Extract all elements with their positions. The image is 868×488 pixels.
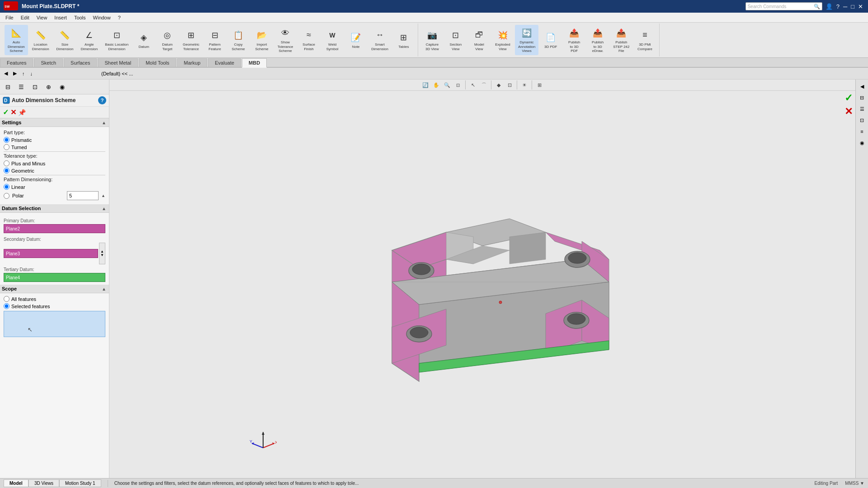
menu-tools[interactable]: Tools (71, 14, 90, 21)
copy-scheme-btn[interactable]: 📋 CopyScheme (227, 27, 250, 53)
tab-mold-tools[interactable]: Mold Tools (139, 58, 176, 67)
vp-pan-btn[interactable]: ✋ (431, 80, 441, 89)
show-tol-btn[interactable]: 👁 ShowToleranceScheme (274, 25, 297, 55)
status-tab-3dviews[interactable]: 3D Views (28, 479, 59, 487)
dynamic-ann-btn[interactable]: 🔄 DynamicAnnotationViews (515, 25, 538, 55)
polar-value-input[interactable] (67, 191, 99, 200)
tab-mbd[interactable]: MBD (242, 58, 267, 68)
user-icon[interactable]: 👤 (824, 3, 834, 10)
panel-icon-dot[interactable]: ◉ (56, 81, 68, 93)
down-btn[interactable]: ↓ (28, 70, 35, 78)
menu-file[interactable]: File (2, 14, 17, 21)
maximize-btn[interactable]: □ (849, 3, 856, 10)
right-btn-3[interactable]: ☰ (857, 104, 867, 114)
up-btn[interactable]: ↑ (20, 70, 27, 78)
vp-display-btn[interactable]: ◆ (494, 80, 504, 89)
smart-dim-btn[interactable]: ↔ SmartDimension (368, 27, 392, 53)
tab-markup[interactable]: Markup (177, 58, 208, 67)
vp-scene-btn[interactable]: ⊞ (534, 80, 544, 89)
vp-lasso-btn[interactable]: ⌒ (479, 80, 489, 89)
turned-radio[interactable] (4, 144, 9, 150)
secondary-datum-scroll[interactable]: ▲ ▼ (99, 243, 105, 264)
vp-check-btn[interactable]: ✓ (844, 93, 853, 103)
menu-edit[interactable]: Edit (17, 14, 33, 21)
size-dim-btn[interactable]: 📏 SizeDimension (53, 27, 77, 53)
minimize-btn[interactable]: ─ (842, 3, 849, 10)
status-tab-motion[interactable]: Motion Study 1 (59, 479, 101, 487)
vp-select-btn[interactable]: ↖ (468, 80, 478, 89)
polar-radio[interactable] (4, 193, 9, 199)
status-tab-model[interactable]: Model (4, 479, 28, 487)
panel-icon-plus[interactable]: ⊕ (42, 81, 54, 93)
search-box[interactable]: Search Commands 🔍 (745, 2, 822, 10)
publish-3d-btn[interactable]: 📤 Publishto 3DPDF (563, 25, 585, 55)
scope-title[interactable]: Scope ▲ (0, 285, 109, 293)
plus-minus-radio[interactable] (4, 160, 9, 166)
section-view-btn[interactable]: ⊡ SectionView (444, 27, 467, 53)
datum-target-btn[interactable]: ◎ DatumTarget (156, 27, 179, 53)
vp-zoom-btn[interactable]: 🔍 (442, 80, 452, 89)
settings-title[interactable]: Settings ▲ (0, 118, 109, 127)
vp-x-btn[interactable]: ✕ (844, 107, 853, 117)
tab-sheet-metal[interactable]: Sheet Metal (98, 58, 138, 67)
back-btn[interactable]: ◀ (2, 69, 10, 78)
vp-section-btn[interactable]: ⊡ (505, 80, 514, 89)
selected-features-radio[interactable] (4, 303, 9, 309)
tab-surfaces[interactable]: Surfaces (64, 58, 97, 67)
basic-loc-dim-btn[interactable]: ⊡ Basic LocationDimension (102, 27, 132, 53)
vp-rotate-btn[interactable]: 🔄 (420, 80, 430, 89)
tab-features[interactable]: Features (0, 58, 33, 67)
datum-selection-title[interactable]: Datum Selection ▲ (0, 204, 109, 213)
tab-sketch[interactable]: Sketch (34, 58, 63, 67)
vp-fit-btn[interactable]: ⊡ (453, 80, 463, 89)
3dpdf-btn[interactable]: 📄 3D PDF (539, 29, 562, 51)
panel-icon-table[interactable]: ⊡ (29, 81, 41, 93)
exploded-view-btn[interactable]: 💥 ExplodedView (491, 27, 514, 53)
pin-btn[interactable]: 📌 (18, 109, 26, 116)
surface-finish-btn[interactable]: ≈ SurfaceFinish (297, 27, 320, 53)
all-features-radio[interactable] (4, 296, 9, 302)
capture-3dview-btn[interactable]: 📷 Capture3D View (421, 27, 443, 53)
note-btn[interactable]: 📝 Note (344, 29, 367, 51)
help-icon[interactable]: ? (835, 3, 841, 10)
panel-help-btn[interactable]: ? (98, 96, 106, 104)
location-dim-btn[interactable]: 📏 LocationDimension (29, 27, 52, 53)
3dpmi-btn[interactable]: ≡ 3D PMICompare (634, 27, 656, 53)
geometric-tol-btn[interactable]: ⊞ GeometricTolerance (179, 27, 203, 53)
tables-btn[interactable]: ⊞ Tables (392, 29, 415, 51)
accept-btn[interactable]: ✓ (3, 108, 9, 117)
scope-list[interactable]: ↖ (4, 311, 105, 337)
tab-evaluate[interactable]: Evaluate (208, 58, 241, 67)
linear-radio[interactable] (4, 184, 9, 190)
right-btn-4[interactable]: ⊡ (857, 115, 867, 125)
menu-insert[interactable]: Insert (51, 14, 71, 21)
vp-light-btn[interactable]: ☀ (519, 80, 529, 89)
tertiary-datum-input[interactable] (4, 273, 105, 282)
import-scheme-btn[interactable]: 📂 ImportScheme (250, 27, 273, 53)
menu-help[interactable]: ? (114, 14, 124, 21)
step242-btn[interactable]: 📤 PublishSTEP 242File (610, 25, 632, 55)
pattern-feat-btn[interactable]: ⊟ PatternFeature (203, 27, 226, 53)
close-btn[interactable]: ✕ (857, 3, 864, 10)
model-view-btn[interactable]: 🗗 ModelView (468, 27, 491, 53)
auto-dimension-btn[interactable]: 📐 AutoDimensionScheme (5, 25, 28, 55)
panel-icon-list[interactable]: ⊟ (2, 81, 14, 93)
publish-edraw-btn[interactable]: 📤 Publishto 3DeDraw. (586, 25, 609, 55)
menu-view[interactable]: View (33, 14, 51, 21)
secondary-datum-input[interactable] (4, 249, 98, 258)
fwd-btn[interactable]: ▶ (11, 69, 19, 78)
angle-dim-btn[interactable]: ∠ AngleDimension (77, 27, 101, 53)
prismatic-radio[interactable] (4, 137, 9, 143)
menu-window[interactable]: Window (90, 14, 114, 21)
right-btn-1[interactable]: ◀ (857, 81, 867, 91)
panel-icon-grid[interactable]: ☰ (15, 81, 27, 93)
datum-btn[interactable]: ◈ Datum (132, 29, 155, 51)
weld-symbol-btn[interactable]: W WeldSymbol (321, 27, 344, 53)
polar-spinner-up[interactable]: ▲ (101, 193, 105, 198)
right-btn-6[interactable]: ◉ (857, 138, 867, 148)
mmss-label[interactable]: MMSS ▼ (845, 481, 864, 486)
primary-datum-input[interactable] (4, 224, 105, 233)
right-btn-5[interactable]: ≡ (857, 127, 867, 136)
reject-btn[interactable]: ✕ (10, 108, 16, 117)
geometric-radio[interactable] (4, 168, 9, 174)
